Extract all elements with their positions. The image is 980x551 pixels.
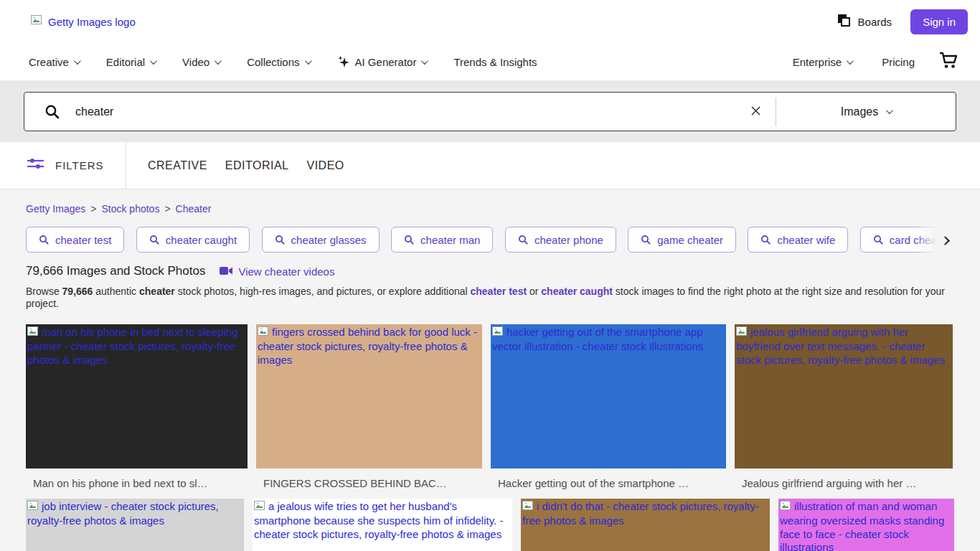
boards-button[interactable]: Boards <box>837 13 892 30</box>
chip-label: cheater man <box>420 234 480 246</box>
result-image[interactable]: i didn't do that - cheater stock picture… <box>521 499 770 551</box>
view-videos-link[interactable]: View cheater videos <box>220 265 334 278</box>
search-input[interactable] <box>75 105 748 118</box>
result-image[interactable]: fingers crossed behind back for good luc… <box>256 324 482 468</box>
related-searches-row: cheater test cheater caught cheater glas… <box>26 227 954 254</box>
chevron-down-icon <box>150 57 157 65</box>
filters-sliders-icon <box>27 157 44 174</box>
nav-creative-label: Creative <box>29 56 69 68</box>
result-image[interactable]: hacker getting out of the smartphone app… <box>491 324 726 468</box>
result-tile: a jealous wife tries to get her husband'… <box>253 499 512 551</box>
broken-image-icon <box>31 15 43 29</box>
link-cheater-test[interactable]: cheater test <box>471 286 527 297</box>
broken-image-icon <box>27 326 39 340</box>
cart-button[interactable] <box>939 52 958 72</box>
chevron-right-icon <box>941 236 950 245</box>
nav-ai-generator[interactable]: AI Generator <box>337 55 427 68</box>
nav-pricing-label: Pricing <box>882 56 915 68</box>
image-alt-text: a jealous wife tries to get her husband'… <box>254 500 503 540</box>
result-image[interactable]: man on his phone in bed next to sleeping… <box>26 324 248 468</box>
link-cheater-caught[interactable]: cheater caught <box>541 286 613 297</box>
boards-icon <box>837 13 852 30</box>
chip-cheater-wife[interactable]: cheater wife <box>748 227 848 253</box>
media-type-dropdown[interactable]: Images <box>776 105 956 118</box>
chip-label: cheater wife <box>777 234 835 246</box>
nav-video[interactable]: Video <box>182 56 220 68</box>
result-tile: i didn't do that - cheater stock picture… <box>521 499 770 551</box>
top-bar: Getty Images logo Boards Sign in <box>0 0 980 43</box>
chip-cheater-caught[interactable]: cheater caught <box>136 227 250 253</box>
result-tile: illustration of man and woman wearing ov… <box>778 499 954 551</box>
nav-collections-label: Collections <box>247 56 299 68</box>
logo[interactable]: Getty Images logo <box>31 15 136 29</box>
search-icon[interactable] <box>44 104 60 119</box>
close-icon <box>750 105 761 118</box>
nav-trends-insights[interactable]: Trends & Insights <box>453 56 537 68</box>
chip-cheater-test[interactable]: cheater test <box>26 227 124 253</box>
nav-editorial[interactable]: Editorial <box>106 56 155 68</box>
chevron-down-icon <box>421 57 428 65</box>
results-grid-row-1: man on his phone in bed next to sleeping… <box>26 324 954 489</box>
image-alt-text: i didn't do that - cheater stock picture… <box>522 500 759 527</box>
broken-image-icon <box>27 501 39 514</box>
chip-cheater-glasses[interactable]: cheater glasses <box>262 227 380 253</box>
chip-cheater-phone[interactable]: cheater phone <box>505 227 616 253</box>
result-caption[interactable]: Man on his phone in bed next to sl… <box>26 477 248 489</box>
search-icon <box>518 235 528 245</box>
breadcrumb-cheater[interactable]: Cheater <box>176 203 212 215</box>
image-alt-text: hacker getting out of the smartphone app… <box>492 326 703 352</box>
filters-button[interactable]: FILTERS <box>0 142 126 189</box>
result-tile: hacker getting out of the smartphone app… <box>491 324 726 489</box>
result-tile: fingers crossed behind back for good luc… <box>256 324 482 489</box>
result-image[interactable]: a jealous wife tries to get her husband'… <box>253 499 512 551</box>
search-bar: Images <box>24 92 956 131</box>
nav-ai-generator-label: AI Generator <box>355 56 417 68</box>
broken-image-icon <box>492 326 504 340</box>
getty-images-search-page: { "colors": { "accent": "#6f45e2", "link… <box>0 0 980 551</box>
filter-bar: FILTERS CREATIVE EDITORIAL VIDEO <box>0 142 980 189</box>
results-grid-row-2: job interview - cheater stock pictures, … <box>26 499 954 551</box>
nav-right: Enterprise Pricing <box>763 52 958 72</box>
tab-creative[interactable]: CREATIVE <box>148 159 207 172</box>
image-alt-text: man on his phone in bed next to sleeping… <box>27 326 238 366</box>
nav-pricing[interactable]: Pricing <box>882 56 915 68</box>
chip-label: cheater caught <box>166 234 237 246</box>
broken-image-icon <box>258 326 270 340</box>
result-image[interactable]: jealous girlfriend arguing with her boyf… <box>735 324 953 468</box>
result-image[interactable]: job interview - cheater stock pictures, … <box>26 499 244 551</box>
chip-label: cheater test <box>55 234 111 246</box>
breadcrumb-getty-images[interactable]: Getty Images <box>26 203 85 215</box>
chip-game-cheater[interactable]: game cheater <box>628 227 736 253</box>
result-caption[interactable]: FINGERS CROSSED BEHIND BAC… <box>256 477 482 489</box>
search-icon <box>404 235 414 245</box>
breadcrumb-stock-photos[interactable]: Stock photos <box>101 203 159 215</box>
media-tabs: CREATIVE EDITORIAL VIDEO <box>148 142 344 189</box>
nav-creative[interactable]: Creative <box>29 56 79 68</box>
nav-enterprise[interactable]: Enterprise <box>793 56 852 68</box>
boards-label: Boards <box>858 16 892 28</box>
tab-editorial[interactable]: EDITORIAL <box>225 159 289 172</box>
image-alt-text: jealous girlfriend arguing with her boyf… <box>736 326 945 366</box>
tab-video[interactable]: VIDEO <box>307 159 344 172</box>
result-image[interactable]: illustration of man and woman wearing ov… <box>778 499 954 551</box>
breadcrumb-separator: > <box>164 203 170 215</box>
search-icon <box>641 235 651 245</box>
results-description: Browse 79,666 authentic cheater stock ph… <box>26 286 954 310</box>
nav-trends-insights-label: Trends & Insights <box>453 56 537 68</box>
clear-search-button[interactable] <box>748 103 764 121</box>
result-caption[interactable]: Hacker getting out of the smartphone … <box>491 477 726 489</box>
cart-icon <box>939 52 958 72</box>
video-camera-icon <box>220 265 233 278</box>
nav-collections[interactable]: Collections <box>247 56 309 68</box>
filters-label: FILTERS <box>55 159 104 171</box>
sign-in-button[interactable]: Sign in <box>910 9 968 34</box>
results-content: Getty Images > Stock photos > Cheater ch… <box>0 189 980 551</box>
results-summary-row: 79,666 Images and Stock Photos View chea… <box>26 264 954 278</box>
result-caption[interactable]: Jealous girlfriend arguing with her … <box>735 477 953 489</box>
nav-enterprise-label: Enterprise <box>793 56 842 68</box>
chips-scroll-next-button[interactable] <box>915 227 954 254</box>
chip-label: cheater glasses <box>291 234 367 246</box>
search-icon <box>39 235 49 245</box>
chip-cheater-man[interactable]: cheater man <box>391 227 493 253</box>
chevron-down-icon <box>215 57 222 65</box>
